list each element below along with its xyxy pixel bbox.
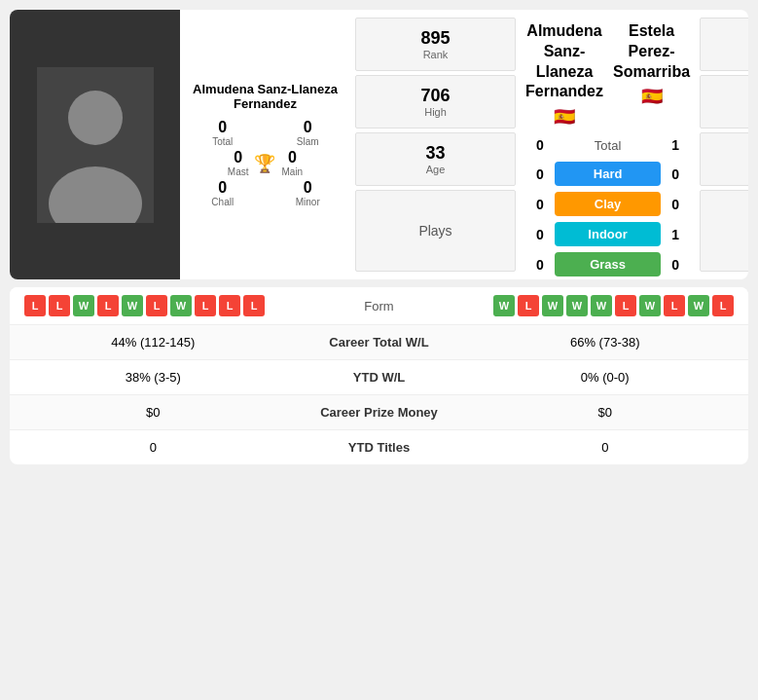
player2-rank-box: Ret. Rank xyxy=(700,18,748,71)
bottom-section: LLWLWLWLLL Form WLWWWLWLWL 44% (112-145)… xyxy=(10,287,748,464)
player1-name: Almudena Sanz-Llaneza Fernandez xyxy=(185,82,345,111)
player2-ytd-titles: 0 xyxy=(477,440,735,455)
player2-career-wl: 66% (73-38) xyxy=(477,335,735,350)
player1-total-label: Total xyxy=(212,136,233,147)
player1-bottom-stats: 0 Chall 0 Minor xyxy=(185,179,345,207)
player1-age-box: 33 Age xyxy=(355,132,516,186)
form-badge: W xyxy=(122,295,143,316)
player1-flag: 🇪🇸 xyxy=(525,106,603,128)
player2-high-label: High xyxy=(705,106,748,118)
player1-plays-box: Plays xyxy=(355,190,516,272)
player1-rank-label: Rank xyxy=(361,49,510,60)
indoor-score-p2: 1 xyxy=(666,227,685,242)
player1-age-value: 33 xyxy=(361,143,510,164)
clay-button[interactable]: Clay xyxy=(555,192,661,216)
form-row: LLWLWLWLLL Form WLWWWLWLWL xyxy=(10,287,748,324)
player2-form-badges: WLWWWLWLWL xyxy=(438,295,735,316)
ytd-wl-row: 38% (3-5) YTD W/L 0% (0-0) xyxy=(10,359,748,394)
player2-rank-section: Ret. Rank 533 High 25 Age Plays xyxy=(695,10,748,279)
ytd-wl-label: YTD W/L xyxy=(282,370,477,385)
player1-chall-label: Chall xyxy=(211,197,234,207)
player1-total-stat: 0 Total xyxy=(185,119,261,147)
clay-row: 0 Clay 0 xyxy=(521,189,695,219)
grass-score-p1: 0 xyxy=(530,257,550,273)
hard-button[interactable]: Hard xyxy=(555,162,661,186)
player1-slam-stat: 0 Slam xyxy=(271,119,346,147)
player1-ytd-titles: 0 xyxy=(24,440,282,455)
player1-mast-stat: 0 Mast xyxy=(228,149,249,177)
total-label: Total xyxy=(550,138,666,153)
player1-prize: $0 xyxy=(24,405,282,420)
form-badge: W xyxy=(591,295,612,316)
form-badge: L xyxy=(97,295,119,316)
hard-score-p1: 0 xyxy=(530,166,550,182)
match-header: Almudena Sanz- Llaneza Fernandez 🇪🇸 Este… xyxy=(521,10,695,131)
player1-trophy-icon: 🏆 xyxy=(254,153,275,174)
player1-minor-value: 0 xyxy=(304,179,312,197)
player1-mast-value: 0 xyxy=(234,149,242,166)
form-badge: W xyxy=(566,295,588,316)
player2-rank-label: Rank xyxy=(705,49,748,60)
player1-rank-value: 895 xyxy=(361,28,510,49)
player1-minor-stat: 0 Minor xyxy=(271,179,346,207)
player2-high-box: 533 High xyxy=(700,75,748,129)
player1-high-label: High xyxy=(361,106,510,118)
indoor-row: 0 Indoor 1 xyxy=(521,219,695,249)
clay-score-p1: 0 xyxy=(530,197,550,212)
grass-score-p2: 0 xyxy=(666,257,685,273)
player1-trophy-row: 0 Mast 🏆 0 Main xyxy=(228,149,303,177)
player1-main-value: 0 xyxy=(288,149,297,166)
player1-slam-value: 0 xyxy=(304,119,312,136)
hard-row: 0 Hard 0 xyxy=(521,159,695,189)
player2-age-value: 25 xyxy=(705,143,748,164)
player2-prize: $0 xyxy=(477,405,735,420)
player1-career-wl: 44% (112-145) xyxy=(24,335,282,350)
match-card: Almudena Sanz-Llaneza Fernandez 0 Total … xyxy=(10,10,748,279)
hard-score-p2: 0 xyxy=(666,166,685,182)
player1-stats-grid: 0 Total 0 Slam xyxy=(185,119,345,147)
total-score-p2: 1 xyxy=(666,137,685,153)
player1-name-header: Almudena Sanz- Llaneza Fernandez xyxy=(525,21,603,102)
career-wl-label: Career Total W/L xyxy=(282,335,477,350)
total-score-p1: 0 xyxy=(530,137,550,153)
player1-form-badges: LLWLWLWLLL xyxy=(24,295,321,316)
prize-label: Career Prize Money xyxy=(282,405,477,420)
player1-minor-label: Minor xyxy=(296,197,320,207)
player2-age-box: 25 Age xyxy=(700,132,748,186)
player2-age-label: Age xyxy=(705,164,748,175)
player1-mast-label: Mast xyxy=(228,166,249,177)
player1-total-value: 0 xyxy=(218,119,227,136)
form-badge: W xyxy=(639,295,661,316)
grass-button[interactable]: Grass xyxy=(555,252,661,276)
player1-info: Almudena Sanz-Llaneza Fernandez 0 Total … xyxy=(180,10,350,279)
form-badge: W xyxy=(493,295,515,316)
form-label: Form xyxy=(321,299,438,313)
player1-main-label: Main xyxy=(281,166,303,177)
player2-flag: 🇪🇸 xyxy=(613,86,690,107)
form-badge: L xyxy=(146,295,167,316)
player2-high-value: 533 xyxy=(705,86,748,106)
player1-slam-label: Slam xyxy=(297,136,319,147)
form-badge: L xyxy=(615,295,636,316)
player1-age-label: Age xyxy=(361,164,510,175)
form-badge: L xyxy=(195,295,216,316)
form-badge: L xyxy=(219,295,240,316)
ytd-titles-label: YTD Titles xyxy=(282,440,477,455)
player1-chall-value: 0 xyxy=(218,179,227,197)
form-badge: L xyxy=(664,295,685,316)
form-badge: L xyxy=(712,295,734,316)
indoor-button[interactable]: Indoor xyxy=(555,222,661,246)
player2-header: Estela Perez- Somarriba 🇪🇸 xyxy=(613,21,690,107)
total-row: 0 Total 1 xyxy=(521,131,695,159)
player1-high-value: 706 xyxy=(361,86,510,106)
form-badge: L xyxy=(518,295,539,316)
form-badge: L xyxy=(49,295,70,316)
prize-row: $0 Career Prize Money $0 xyxy=(10,394,748,429)
player2-name-header: Estela Perez- Somarriba xyxy=(613,21,690,82)
career-wl-row: 44% (112-145) Career Total W/L 66% (73-3… xyxy=(10,324,748,359)
form-badge: W xyxy=(170,295,192,316)
player2-ytd-wl: 0% (0-0) xyxy=(477,370,735,385)
center-section: Almudena Sanz- Llaneza Fernandez 🇪🇸 Este… xyxy=(521,10,695,279)
player1-main-stat: 0 Main xyxy=(281,149,303,177)
form-badge: L xyxy=(243,295,265,316)
